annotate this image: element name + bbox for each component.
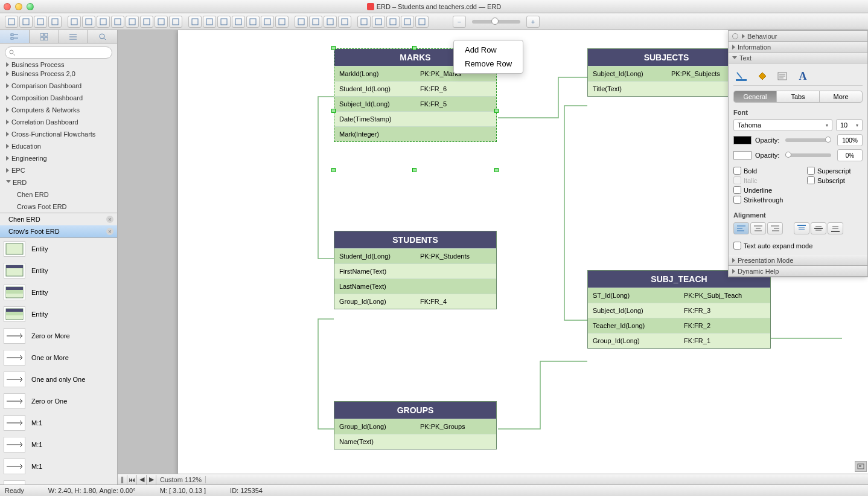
- cb-underline[interactable]: Underline: [733, 186, 789, 194]
- entity-row[interactable]: Group_Id(Long)PK:PK_Groups: [334, 419, 496, 434]
- page-first-button[interactable]: ⏮: [127, 475, 137, 485]
- align-center-icon[interactable]: [82, 16, 95, 28]
- tree-subitem[interactable]: Crows Foot ERD: [0, 201, 117, 213]
- stencil-item[interactable]: M:1: [0, 477, 117, 485]
- selection-handle[interactable]: [412, 168, 416, 172]
- bezier-icon[interactable]: [261, 16, 274, 28]
- valign-bottom-button[interactable]: [828, 222, 843, 234]
- font-family-select[interactable]: Tahoma▾: [733, 119, 832, 131]
- bg-opacity-value[interactable]: 0%: [837, 149, 863, 161]
- panel-tab-general[interactable]: General: [734, 91, 777, 102]
- rect-icon[interactable]: [19, 16, 33, 28]
- bg-color-swatch[interactable]: [733, 151, 752, 159]
- stencil-item[interactable]: M:1: [0, 412, 117, 434]
- cb-italic[interactable]: Italic: [733, 176, 789, 184]
- entity-row[interactable]: Subject_Id(Long)PK:PK_Subjects: [588, 66, 745, 81]
- page-next-button[interactable]: ▶: [147, 475, 156, 485]
- text-color-icon[interactable]: [733, 69, 749, 83]
- ungroup-icon[interactable]: [309, 16, 322, 28]
- panel-section-text[interactable]: Text: [729, 53, 867, 63]
- line-icon[interactable]: [188, 16, 202, 28]
- tree-item[interactable]: Cross-Functional Flowcharts: [0, 128, 117, 140]
- align-center-button[interactable]: [750, 222, 766, 234]
- zoom-out-button[interactable]: −: [453, 16, 466, 28]
- entity-row[interactable]: Mark(Integer): [334, 126, 496, 141]
- entity-row[interactable]: Group_Id(Long)FK:FR_4: [334, 294, 496, 309]
- zoom-slider[interactable]: [472, 20, 520, 24]
- entity-row[interactable]: Name(Text): [334, 434, 496, 449]
- sidebar-tab-list[interactable]: [59, 30, 89, 43]
- ruler-toggle-button[interactable]: ‖: [118, 475, 127, 485]
- entity-row[interactable]: Subject_Id(Long)FK:FR_5: [334, 96, 496, 111]
- back-icon[interactable]: [338, 16, 351, 28]
- cb-strikethrough[interactable]: Strikethrough: [733, 196, 789, 204]
- close-icon[interactable]: ×: [106, 216, 113, 223]
- tree-item[interactable]: Computers & Networks: [0, 104, 117, 116]
- font-panel-icon[interactable]: A: [795, 69, 811, 83]
- selection-handle[interactable]: [412, 46, 416, 50]
- tree-item[interactable]: Engineering: [0, 152, 117, 164]
- zoom-icon[interactable]: [372, 16, 385, 28]
- align-bottom-icon[interactable]: [140, 16, 153, 28]
- stencil-item[interactable]: One or More: [0, 347, 117, 369]
- tree-item[interactable]: Correlation Dashboard: [0, 116, 117, 128]
- close-icon[interactable]: ×: [106, 228, 113, 235]
- paragraph-icon[interactable]: [774, 69, 790, 83]
- cb-auto-expand[interactable]: Text auto expand mode: [733, 242, 863, 250]
- entity-row[interactable]: Student_Id(Long)FK:FR_6: [334, 81, 496, 96]
- panel-section-behaviour[interactable]: Behaviour: [729, 31, 867, 42]
- arc-icon[interactable]: [217, 16, 231, 28]
- entity-row[interactable]: Student_Id(Long)PK:PK_Students: [334, 248, 496, 263]
- valign-top-button[interactable]: [794, 222, 809, 234]
- tree-item[interactable]: Business Process 2,0: [0, 68, 117, 80]
- panel-section-information[interactable]: Information: [729, 42, 867, 53]
- pointer-icon[interactable]: [5, 16, 18, 28]
- align-left-icon[interactable]: [68, 16, 81, 28]
- entity-row[interactable]: Teacher_Id(Long)FK:FR_2: [588, 318, 770, 333]
- entity-groups[interactable]: GROUPS Group_Id(Long)PK:PK_GroupsName(Te…: [334, 401, 497, 449]
- page-navigator-button[interactable]: [855, 461, 867, 472]
- selection-handle[interactable]: [331, 46, 336, 50]
- tree-item[interactable]: Comparison Dashboard: [0, 80, 117, 92]
- hand-icon[interactable]: [386, 16, 400, 28]
- fill-color-icon[interactable]: [754, 69, 770, 83]
- cb-superscript[interactable]: Superscript: [807, 167, 863, 175]
- entity-row[interactable]: FirstName(Text): [334, 263, 496, 279]
- sidebar-search-input[interactable]: [5, 47, 112, 59]
- stencil-item[interactable]: Entity: [0, 238, 117, 260]
- entity-row[interactable]: Subject_Id(Long)FK:FR_3: [588, 303, 770, 318]
- zoom-level-display[interactable]: Custom 112%: [156, 476, 206, 483]
- ellipse-icon[interactable]: [34, 16, 47, 28]
- stencil-item[interactable]: One and only One: [0, 369, 117, 390]
- cb-subscript[interactable]: Subscript: [807, 176, 863, 184]
- front-icon[interactable]: [324, 16, 337, 28]
- cb-bold[interactable]: Bold: [733, 167, 789, 175]
- entity-row[interactable]: Group_Id(Long)FK:FR_1: [588, 333, 770, 348]
- entity-students[interactable]: STUDENTS Student_Id(Long)PK:PK_StudentsF…: [334, 231, 497, 309]
- tree-item[interactable]: EPC: [0, 164, 117, 176]
- align-middle-icon[interactable]: [126, 16, 139, 28]
- panel-section-presentation[interactable]: Presentation Mode: [729, 255, 867, 266]
- stencil-item[interactable]: M:1: [0, 434, 117, 456]
- smart-connector-icon[interactable]: [246, 16, 260, 28]
- entity-row[interactable]: LastName(Text): [334, 279, 496, 294]
- sidebar-tab-search[interactable]: [88, 30, 117, 43]
- selection-handle[interactable]: [494, 168, 499, 172]
- align-right-button[interactable]: [767, 222, 783, 234]
- align-top-icon[interactable]: [111, 16, 124, 28]
- font-size-select[interactable]: 10▾: [836, 119, 863, 131]
- text-color-swatch[interactable]: [733, 136, 752, 144]
- page-prev-button[interactable]: ◀: [137, 475, 147, 485]
- stencil-item[interactable]: Entity: [0, 303, 117, 325]
- entity-row[interactable]: Title(Text): [588, 81, 745, 96]
- open-file-item[interactable]: Crow's Foot ERD×: [0, 225, 117, 237]
- stencil-item[interactable]: Entity: [0, 260, 117, 282]
- selection-handle[interactable]: [494, 109, 499, 113]
- user-icon[interactable]: [401, 16, 414, 28]
- zoom-in-button[interactable]: +: [526, 16, 540, 28]
- sidebar-tab-grid[interactable]: [30, 30, 59, 43]
- curve-icon[interactable]: [203, 16, 216, 28]
- connector-icon[interactable]: [232, 16, 245, 28]
- ctx-remove-row[interactable]: Remove Row: [454, 57, 523, 71]
- stencil-item[interactable]: M:1: [0, 456, 117, 477]
